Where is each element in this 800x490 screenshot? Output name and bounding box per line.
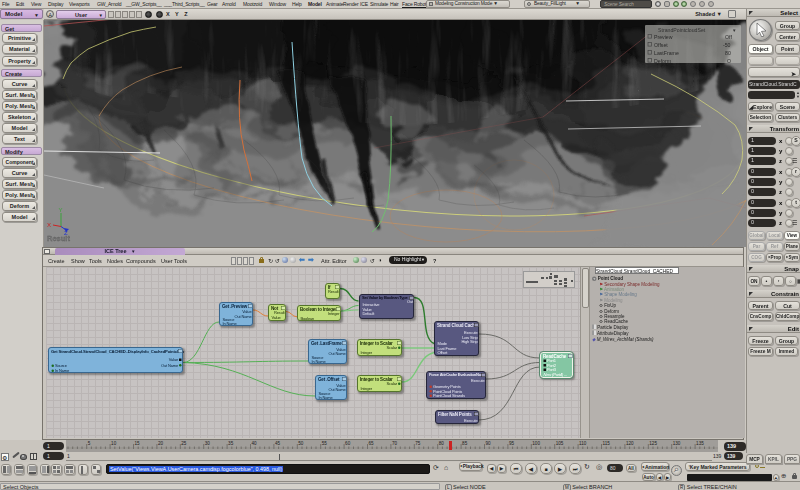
svg-text:50: 50: [298, 441, 304, 446]
svg-text:-50: -50: [723, 42, 731, 48]
svg-text:30: 30: [205, 441, 211, 446]
svg-text:▼: ▼: [732, 28, 736, 33]
svg-text:110: 110: [579, 441, 587, 446]
svg-text:90: 90: [486, 441, 492, 446]
svg-text:5: 5: [88, 441, 91, 446]
svg-text:100: 100: [532, 441, 540, 446]
svg-text:65: 65: [369, 441, 375, 446]
svg-text:60: 60: [345, 441, 351, 446]
svg-text:O: O: [727, 58, 731, 64]
svg-text:75: 75: [415, 441, 421, 446]
svg-text:Preview: Preview: [654, 34, 673, 40]
svg-text:Result: Result: [47, 234, 70, 243]
svg-text:95: 95: [509, 441, 515, 446]
svg-text:45: 45: [275, 441, 281, 446]
svg-text:X: X: [47, 222, 51, 228]
svg-text:80: 80: [439, 441, 445, 446]
svg-text:115: 115: [603, 441, 611, 446]
svg-text:Y: Y: [59, 207, 63, 213]
svg-text:20: 20: [158, 441, 164, 446]
svg-text:70: 70: [392, 441, 398, 446]
svg-text:130: 130: [673, 441, 681, 446]
svg-text:Deform: Deform: [654, 58, 671, 64]
svg-text:Off: Off: [725, 34, 732, 40]
svg-text:135: 135: [696, 441, 704, 446]
svg-text:120: 120: [626, 441, 634, 446]
svg-text:105: 105: [556, 441, 564, 446]
svg-text:125: 125: [649, 441, 657, 446]
svg-text:25: 25: [181, 441, 187, 446]
svg-text:80: 80: [725, 50, 731, 56]
svg-text:40: 40: [252, 441, 258, 446]
svg-text:55: 55: [322, 441, 328, 446]
svg-text:StrandPointcloudSet: StrandPointcloudSet: [658, 27, 706, 33]
svg-text:10: 10: [111, 441, 117, 446]
svg-text:85: 85: [462, 441, 468, 446]
svg-text:LastFrame: LastFrame: [654, 50, 679, 56]
svg-text:Offset: Offset: [654, 42, 668, 48]
svg-text:35: 35: [228, 441, 234, 446]
svg-text:15: 15: [135, 441, 141, 446]
